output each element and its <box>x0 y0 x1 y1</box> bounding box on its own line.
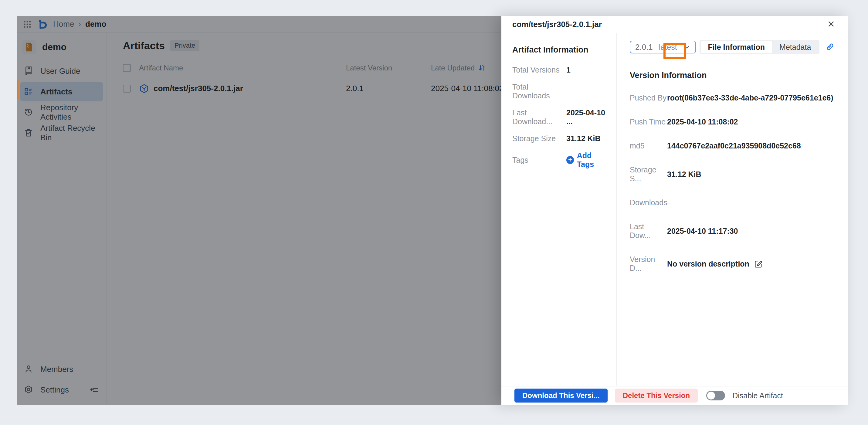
info-value: - <box>566 87 569 96</box>
download-version-button[interactable]: Download This Versi... <box>515 389 608 402</box>
disable-artifact-label: Disable Artifact <box>732 391 783 400</box>
version-info-value: 2025-04-10 11:17:30 <box>667 227 738 236</box>
version-info-row: Version D...No version description <box>630 255 834 273</box>
version-info-row: Downloads- <box>630 198 834 207</box>
artifact-information-heading: Artifact Information <box>512 45 609 55</box>
detail-tabs: File InformationMetadata <box>700 40 820 54</box>
artifact-detail-drawer: com/test/jsr305-2.0.1.jar ✕ Artifact Inf… <box>501 16 848 405</box>
copy-link-icon[interactable] <box>825 42 834 52</box>
annotation-active-nav-bar <box>17 81 19 99</box>
version-info-row: Push Time2025-04-10 11:08:02 <box>630 118 834 126</box>
version-info-row: Storage S...31.12 KiB <box>630 165 834 183</box>
version-detail-panel: 2.0.1 latest File InformationMetadata <box>617 33 848 386</box>
info-value: 1 <box>566 66 570 74</box>
plus-circle-icon: + <box>566 156 574 164</box>
version-info-value: 144c0767e2aaf0c21a935908d0e52c68 <box>667 142 801 150</box>
version-information-heading: Version Information <box>630 71 834 80</box>
artifact-info-row: Storage Size31.12 KiB <box>512 134 609 143</box>
version-info-row: md5144c0767e2aaf0c21a935908d0e52c68 <box>630 142 834 150</box>
add-tags-label: Add Tags <box>577 151 609 169</box>
info-label: Last Download... <box>512 109 566 126</box>
app-window: Home › demo demo User GuideArtifactsRepo… <box>17 16 848 405</box>
version-info-value: root(06b37ee3-33de-4abe-a729-07795e61e1e… <box>667 93 833 102</box>
tab-metadata[interactable]: Metadata <box>772 41 818 53</box>
tags-row: Tags + Add Tags <box>512 151 609 169</box>
version-info-row: Last Dow...2025-04-10 11:17:30 <box>630 222 834 240</box>
drawer-header: com/test/jsr305-2.0.1.jar ✕ <box>501 16 848 33</box>
info-value: 2025-04-10 ... <box>566 109 609 126</box>
info-label: Storage Size <box>512 134 566 143</box>
version-select-value: 2.0.1 <box>635 42 653 52</box>
drawer-title: com/test/jsr305-2.0.1.jar <box>512 20 602 29</box>
toggle-knob <box>707 392 715 399</box>
info-value: 31.12 KiB <box>566 134 600 143</box>
add-tags-button[interactable]: + Add Tags <box>566 151 609 169</box>
edit-icon[interactable] <box>754 260 763 268</box>
tags-label: Tags <box>512 156 566 164</box>
disable-artifact-toggle[interactable] <box>706 391 725 400</box>
version-info-label: Version D... <box>630 255 667 273</box>
version-info-label: Pushed By <box>630 93 667 102</box>
version-info-value: 2025-04-10 11:08:02 <box>667 118 738 126</box>
version-info-row: Pushed Byroot(06b37ee3-33de-4abe-a729-07… <box>630 93 834 102</box>
artifact-information-panel: Artifact Information Total Versions1Tota… <box>501 33 617 386</box>
version-toolbar: 2.0.1 latest File InformationMetadata <box>630 40 834 54</box>
version-info-value: - <box>667 198 670 207</box>
artifact-info-row: Total Downloads- <box>512 83 609 100</box>
version-info-label: Push Time <box>630 118 667 126</box>
info-label: Total Downloads <box>512 83 566 100</box>
close-icon[interactable]: ✕ <box>827 20 835 29</box>
tab-file-information[interactable]: File Information <box>701 41 772 53</box>
artifact-info-row: Total Versions1 <box>512 66 609 74</box>
version-info-label: Last Dow... <box>630 222 667 240</box>
info-label: Total Versions <box>512 66 566 74</box>
version-info-value: No version description <box>667 260 749 268</box>
version-info-value: 31.12 KiB <box>667 170 702 179</box>
drawer-footer: Download This Versi... Delete This Versi… <box>501 386 848 405</box>
annotation-highlight-box <box>663 43 686 59</box>
version-info-label: Storage S... <box>630 165 667 183</box>
artifact-info-row: Last Download...2025-04-10 ... <box>512 109 609 126</box>
version-info-label: Downloads <box>630 198 667 207</box>
version-info-label: md5 <box>630 142 667 150</box>
delete-version-button[interactable]: Delete This Version <box>615 389 698 402</box>
